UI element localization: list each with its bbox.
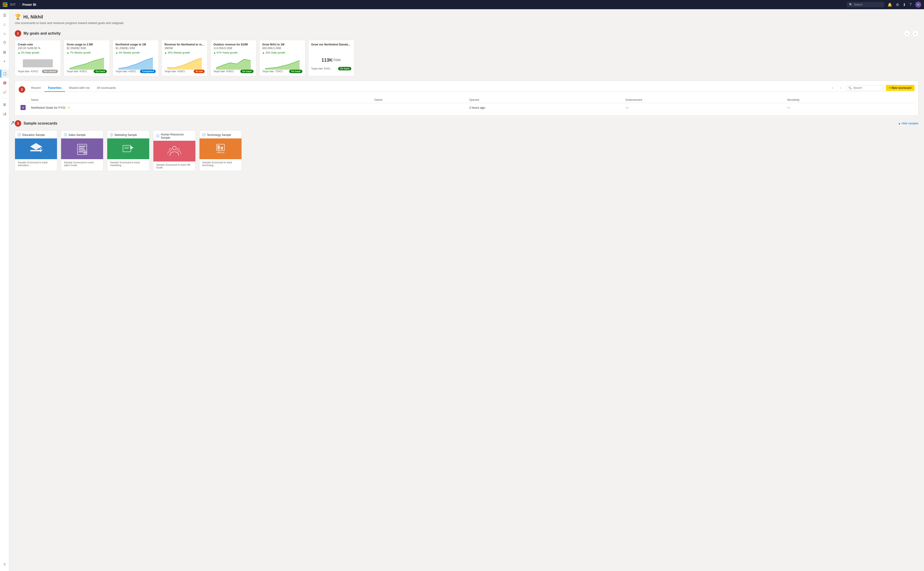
goal-title-1: Grow usage to 2.5M	[67, 43, 107, 46]
sample-card-education[interactable]: ⓘ Education Sample Sample Scorecard to t…	[15, 130, 57, 171]
goal-chart-3	[165, 56, 205, 69]
goal-card-6[interactable]: Grow our Northwind Standard S... 113K/70…	[308, 40, 354, 76]
sidebar-apps[interactable]: ⊞	[0, 48, 9, 56]
sample-image-0	[15, 139, 57, 159]
search-icon-small: 🔍	[849, 86, 852, 90]
svg-marker-9	[30, 143, 42, 150]
goal-growth-3: ▲ 25% Weekly growth	[165, 51, 205, 54]
row-sensitivity-cell: —	[785, 103, 915, 112]
row-owner-cell	[373, 103, 467, 112]
goal-large-value-6: 113K/700K	[311, 53, 351, 67]
goals-cards-row: Create note 100.00 %/99.90 % ▲ 0% Daily …	[15, 40, 918, 76]
sample-footer-2: Sample Scorecard to track marketing ...	[107, 159, 149, 168]
sidebar-learn[interactable]: ?	[0, 561, 9, 569]
brand-dxt: DXT	[10, 3, 16, 6]
svg-point-26	[177, 148, 179, 151]
goal-card-3[interactable]: Revenue for Northwind to reach ... 3M/5M…	[162, 40, 208, 76]
tab-recent[interactable]: Recent	[28, 84, 44, 92]
tab-all-scorecards[interactable]: All scorecards	[93, 84, 120, 92]
sample-card-hr[interactable]: ⓘ Human Resources Sample Samp	[153, 130, 196, 171]
scorecards-search-input[interactable]	[853, 86, 881, 90]
sidebar-home[interactable]: ⌂	[0, 20, 9, 29]
hide-samples-button[interactable]: ▲ Hide samples	[898, 122, 918, 125]
svg-rect-0	[23, 59, 53, 67]
goal-status-4: On track	[240, 69, 254, 73]
goal-target-6: Target date: 5/4/21	[311, 67, 330, 70]
goal-value-3: 3M/5M	[165, 46, 205, 50]
table-row[interactable]: ⊞ Northwind Goals for FY21 ★ 2 hours ago…	[18, 103, 915, 112]
notifications-icon[interactable]: 🔔	[887, 3, 892, 7]
global-search-box[interactable]: 🔍	[847, 2, 884, 7]
row-endorsement-cell: —	[624, 103, 785, 112]
tabs-next-arrow[interactable]: ›	[838, 85, 844, 91]
tabs-prev-arrow[interactable]: ‹	[830, 85, 835, 91]
col-icon	[18, 97, 29, 103]
favorite-star-icon[interactable]: ★	[67, 106, 70, 110]
tabs-right-controls: ‹ › 🔍 + New scorecard	[830, 85, 915, 91]
row-name-cell[interactable]: Northwind Goals for FY21 ★	[29, 103, 373, 112]
goal-card-0[interactable]: Create note 100.00 %/99.90 % ▲ 0% Daily …	[15, 40, 61, 76]
sidebar-favorites[interactable]: ☆	[0, 29, 9, 38]
sidebar-datasets[interactable]: 📊	[0, 110, 9, 118]
tab-shared-with-me[interactable]: Shared with me	[65, 84, 93, 92]
sidebar-workspaces[interactable]: 🏢	[0, 100, 9, 108]
sample-title-4: Technology Sample	[207, 133, 231, 137]
goal-value-5: 600.00K/1.00M	[262, 46, 302, 50]
svg-marker-23	[130, 146, 134, 150]
user-avatar[interactable]: N	[915, 2, 921, 8]
help-icon[interactable]: ?	[910, 3, 912, 7]
col-owner: Owner	[373, 97, 467, 103]
scorecard-icon: ⊞	[20, 105, 26, 110]
sidebar-recent[interactable]: ⏱	[0, 39, 9, 47]
settings-icon[interactable]: ⚙	[896, 3, 899, 7]
new-scorecard-button[interactable]: + New scorecard	[886, 85, 915, 91]
svg-rect-17	[79, 151, 83, 152]
scorecards-search-box[interactable]: 🔍	[846, 85, 883, 91]
global-search-input[interactable]	[854, 3, 882, 6]
goal-card-5[interactable]: Grow MAU to 1M 600.00K/1.00M ▲ 20% Daily…	[259, 40, 305, 76]
col-opened: Opened	[467, 97, 624, 103]
goal-title-0: Create note	[18, 43, 58, 46]
goal-status-3: At risk	[194, 69, 205, 73]
goal-card-4[interactable]: Outdoor revenue for $10M 113.05K/2.00M ▲…	[210, 40, 257, 76]
sidebar-goals[interactable]: 🎯	[0, 79, 9, 87]
goals-prev-button[interactable]: ‹	[904, 30, 910, 37]
col-endorsement: Endorsement	[624, 97, 785, 103]
goal-card-1[interactable]: Grow usage to 2.5M $2.55M/$2.50M ▲ 7% We…	[64, 40, 110, 76]
goal-growth-1: ▲ 7% Weekly growth	[67, 51, 107, 54]
goals-next-button[interactable]: ›	[912, 30, 918, 37]
goal-title-2: Northwind usage to 1M	[116, 43, 156, 46]
sample-info-icon-2: ⓘ	[110, 133, 113, 137]
samples-grid: ⓘ Education Sample Sample Scorecard to t…	[15, 130, 918, 171]
goal-value-0: 100.00 %/99.90 %	[18, 46, 58, 50]
sample-info-icon-4: ⓘ	[202, 133, 205, 137]
sample-footer-1: Sample Scorecard to track sales Goals	[61, 159, 103, 168]
goal-target-1: Target date: 4/28/21	[67, 70, 87, 73]
top-navigation: DXT Power BI 🔍 🔔 ⚙ ⬇ ? N	[0, 0, 924, 9]
sidebar-metrics[interactable]: 📈	[0, 88, 9, 96]
goal-growth-0: ▲ 0% Daily growth	[18, 51, 58, 54]
goal-growth-4: ▲ 67% Yearly growth	[213, 51, 254, 54]
sample-title-1: Sales Sample	[68, 133, 86, 137]
sidebar-hamburger[interactable]: ☰	[0, 11, 9, 19]
sample-card-header-0: ⓘ Education Sample	[15, 131, 57, 139]
sidebar-create[interactable]: +	[0, 57, 9, 65]
tab-favorites[interactable]: Favorites	[44, 84, 65, 92]
sample-card-marketing[interactable]: ⓘ Marketing Sample Sample Scorecard to t…	[107, 130, 149, 171]
goal-chart-2	[116, 56, 156, 69]
samples-header: 3 Sample scorecards ▲ Hide samples	[15, 120, 918, 127]
sample-card-technology[interactable]: ⓘ Technology Sample Sample Scorecard to …	[199, 130, 242, 171]
goal-status-6: On track	[338, 67, 351, 70]
sample-card-sales[interactable]: ⓘ Sales Sample	[61, 130, 103, 171]
main-content: 🏆 Hi, Nikhil Use scorecards to track and…	[9, 9, 924, 571]
row-icon-cell: ⊞	[18, 103, 29, 112]
samples-title: Sample scorecards	[23, 121, 57, 125]
svg-marker-1	[69, 58, 104, 69]
goal-value-4: 113.05K/2.00M	[213, 46, 254, 50]
goal-card-2[interactable]: Northwind usage to 1M $1.20M/$1.00M ▲ 4%…	[112, 40, 159, 76]
sidebar: ☰ ⌂ ☆ ⏱ ⊞ + 📋 🎯 📈 🏢 📊 ?	[0, 9, 9, 571]
sidebar-scorecards[interactable]: 📋	[0, 69, 9, 78]
download-icon[interactable]: ⬇	[903, 3, 906, 7]
svg-rect-14	[79, 146, 86, 147]
goal-status-1: On track	[94, 69, 107, 73]
